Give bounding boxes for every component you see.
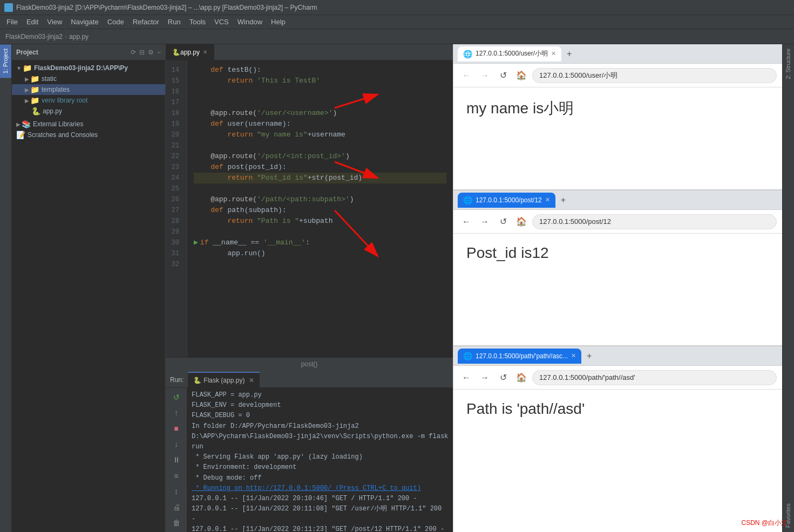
run-rerun-btn[interactable]: ↺ [169,390,184,404]
refresh-btn-2[interactable]: ↺ [496,370,511,385]
menu-item-navigate[interactable]: Navigate [66,17,103,27]
run-down-btn[interactable]: ↓ [169,438,184,451]
project-side-tab[interactable]: 1: Project [0,44,11,78]
menubar: FileEditViewNavigateCodeRefactorRunTools… [0,15,794,29]
run-pause-btn[interactable]: ⏸ [169,453,184,467]
sync-icon[interactable]: ⟳ [131,49,136,56]
back-btn-0[interactable]: ← [459,68,474,83]
home-btn-1[interactable]: 🏠 [514,214,529,229]
static-folder-icon: 📁 [30,74,39,83]
line-num-14: 14 [166,65,182,76]
line-num-16: 16 [166,86,182,97]
back-btn-1[interactable]: ← [459,214,474,229]
titlebar: FlaskDemo03-jinja2 [D:\APP\Pycharm\Flask… [0,0,794,15]
run-stop-btn[interactable]: ■ [169,421,184,435]
run-tab-flask[interactable]: 🐍 Flask (app.py) ✕ [188,372,260,388]
menu-item-help[interactable]: Help [267,17,290,27]
code-line-28: return "Path is "+subpath [194,216,446,227]
breadcrumb-project[interactable]: FlaskDemo03-jinja2 [5,33,63,40]
root-label: FlaskDemo03-jinja2 D:\APP\Py [34,64,128,72]
tree-scratches[interactable]: 📝 Scratches and Consoles [12,129,165,140]
address-input-0[interactable] [532,68,777,83]
tree-root[interactable]: ▼ 📁 FlaskDemo03-jinja2 D:\APP\Py [12,63,165,73]
browser-window-0: 🌐127.0.0.1:5000/user/小明✕+←→↺🏠my name is小… [453,44,782,190]
browser-tab-close-0[interactable]: ✕ [551,50,556,57]
browser-tab-2[interactable]: 🌐127.0.0.1:5000/path/'path//asc...✕ [458,349,581,364]
run-print-btn[interactable]: 🖨 [169,501,184,514]
templates-folder-icon: 📁 [30,85,39,94]
home-btn-2[interactable]: 🏠 [514,370,529,385]
run-line: 127.0.0.1 -- [11/Jan/2022 20:10:46] "GET… [192,494,449,504]
address-input-2[interactable] [532,370,777,385]
menu-item-refactor[interactable]: Refactor [128,17,164,27]
menu-item-view[interactable]: View [43,17,66,27]
browser-tab-close-1[interactable]: ✕ [545,196,550,203]
tree-templates[interactable]: ▶ 📁 templates [12,84,165,95]
tree-venv[interactable]: ▶ 📁 venv library root [12,95,165,106]
menu-item-tools[interactable]: Tools [185,17,210,27]
venv-label: venv library root [42,97,87,104]
templates-arrow: ▶ [25,87,29,93]
external-label: External Libraries [33,120,83,128]
external-icon: 📚 [22,120,31,128]
settings-icon[interactable]: ⚙ [148,49,154,56]
menu-item-vcs[interactable]: VCS [210,17,233,27]
collapse-icon[interactable]: ⊟ [139,49,145,56]
run-pin-btn[interactable]: ↕ [169,485,184,498]
run-panel: Run: 🐍 Flask (app.py) ✕ ↺ ↑ ■ ↓ ⏸ ≡ ↕ 🖨 [166,370,453,532]
structure-side-tab[interactable]: 2: Structure [783,44,794,84]
breadcrumb-file[interactable]: app.py [69,33,89,40]
venv-folder-icon: 📁 [30,96,39,105]
code-line-22: @app.route('/post/<int:post_id>') [194,151,446,162]
folder-icon: 📁 [23,64,32,72]
run-line[interactable]: * Running on http://127.0.0.1:5000/ (Pre… [192,483,449,494]
tree-external[interactable]: ▶ 📚 External Libraries [12,119,165,129]
browser-content-2: Path is 'path//asd' [453,390,782,532]
new-tab-btn-1[interactable]: + [558,195,569,205]
code-editor[interactable]: 14151617181920212223242526272829303132 d… [166,60,453,357]
line-num-30: 30 [166,237,182,248]
tab-close[interactable]: ✕ [203,49,207,55]
menu-item-run[interactable]: Run [164,17,185,27]
back-btn-2[interactable]: ← [459,370,474,385]
refresh-btn-1[interactable]: ↺ [496,214,511,229]
run-line: * Environment: development [192,462,449,473]
editor-tab-apppy[interactable]: 🐍 app.py ✕ [166,44,214,60]
browser-tab-close-2[interactable]: ✕ [571,352,576,359]
forward-btn-0[interactable]: → [477,68,492,83]
run-wrap-btn[interactable]: ≡ [169,469,184,482]
code-line-30: ▶if __name__ == '__main__': [194,237,446,248]
address-input-1[interactable] [532,214,777,229]
browser-tabbar-0: 🌐127.0.0.1:5000/user/小明✕+ [453,44,782,64]
code-content[interactable]: def testB(): return 'This is TestB' @app… [187,60,453,357]
browser-tabbar-2: 🌐127.0.0.1:5000/path/'path//asc...✕+ [453,346,782,366]
run-line: FLASK_DEBUG = 0 [192,411,449,421]
forward-btn-2[interactable]: → [477,370,492,385]
globe-icon-0: 🌐 [463,50,472,58]
forward-btn-1[interactable]: → [477,214,492,229]
run-trash-btn[interactable]: 🗑 [169,516,184,530]
browser-window-2: 🌐127.0.0.1:5000/path/'path//asc...✕+←→↺🏠… [453,346,782,532]
run-tab-close[interactable]: ✕ [249,377,254,384]
new-tab-btn-0[interactable]: + [564,49,575,59]
menu-item-code[interactable]: Code [103,17,128,27]
browser-tab-0[interactable]: 🌐127.0.0.1:5000/user/小明✕ [458,46,561,62]
menu-item-window[interactable]: Window [233,17,267,27]
run-content: FLASK_APP = app.pyFLASK_ENV = developmen… [187,388,453,532]
tree-static[interactable]: ▶ 📁 static [12,73,165,84]
run-up-btn[interactable]: ↑ [169,406,184,419]
close-panel-icon[interactable]: − [157,49,161,56]
project-panel: Project ⟳ ⊟ ⚙ − ▼ 📁 FlaskDemo03-jinja2 D… [12,44,166,532]
tree-apppy[interactable]: 🐍 app.py [12,106,165,117]
external-arrow: ▶ [16,121,21,127]
menu-item-file[interactable]: File [2,17,22,27]
refresh-btn-0[interactable]: ↺ [496,68,511,83]
line-num-24: 24 [166,173,182,183]
browser-tab-1[interactable]: 🌐127.0.0.1:5000/post/12✕ [458,193,555,208]
scratches-label: Scratches and Consoles [28,131,98,139]
code-line-25 [194,183,446,194]
menu-item-edit[interactable]: Edit [22,17,43,27]
new-tab-btn-2[interactable]: + [583,351,595,361]
home-btn-0[interactable]: 🏠 [514,68,529,83]
title-text: FlaskDemo03-jinja2 [D:\APP\Pycharm\Flask… [16,4,317,11]
